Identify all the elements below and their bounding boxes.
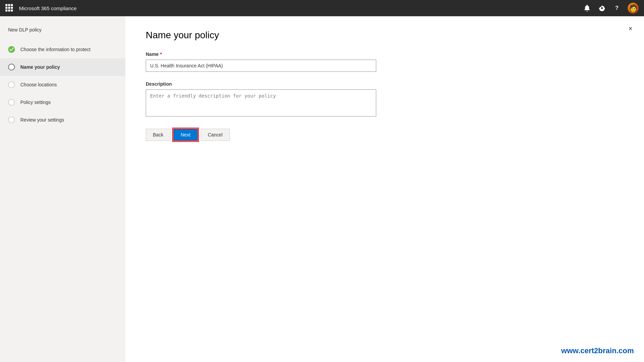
sidebar: New DLP policy Choose the information to… [0, 16, 125, 362]
topbar: Microsoft 365 compliance ? 🧑 [0, 0, 644, 16]
sidebar-item-label-choose-info: Choose the information to protect [20, 47, 90, 52]
waffle-icon[interactable] [5, 4, 14, 12]
main-layout: New DLP policy Choose the information to… [0, 16, 644, 362]
topbar-actions: ? 🧑 [583, 3, 639, 14]
step-indicator-4 [8, 99, 15, 106]
name-field-group: Name * [146, 51, 624, 72]
sidebar-item-label-choose-locations: Choose locations [20, 82, 57, 87]
sidebar-item-label-name-policy: Name your policy [20, 64, 60, 70]
sidebar-item-review-settings[interactable]: Review your settings [0, 111, 125, 129]
sidebar-heading: New DLP policy [0, 27, 125, 41]
app-title: Microsoft 365 compliance [19, 5, 583, 11]
content-panel: × Name your policy Name * Description Ba… [125, 16, 644, 362]
step-indicator-2 [8, 64, 15, 70]
notification-icon[interactable] [583, 4, 591, 12]
back-button[interactable]: Back [146, 129, 170, 141]
button-row: Back Next Cancel [146, 129, 624, 141]
name-input[interactable] [146, 60, 376, 72]
sidebar-item-policy-settings[interactable]: Policy settings [0, 93, 125, 111]
step-indicator-1 [8, 46, 15, 53]
sidebar-item-choose-locations[interactable]: Choose locations [0, 76, 125, 93]
cancel-button[interactable]: Cancel [201, 129, 230, 141]
sidebar-item-label-policy-settings: Policy settings [20, 100, 51, 105]
user-avatar[interactable]: 🧑 [628, 3, 639, 14]
close-button[interactable]: × [625, 23, 636, 34]
description-field-group: Description [146, 81, 624, 118]
help-icon[interactable]: ? [613, 4, 621, 12]
description-label: Description [146, 81, 624, 87]
required-star: * [160, 51, 162, 57]
settings-icon[interactable] [598, 4, 606, 12]
watermark: www.cert2brain.com [561, 346, 634, 355]
step-indicator-3 [8, 81, 15, 88]
sidebar-item-label-review-settings: Review your settings [20, 117, 64, 123]
next-button[interactable]: Next [173, 129, 198, 141]
sidebar-item-choose-info[interactable]: Choose the information to protect [0, 41, 125, 58]
sidebar-item-name-policy[interactable]: Name your policy [0, 58, 125, 76]
description-textarea[interactable] [146, 89, 376, 116]
name-label: Name * [146, 51, 624, 57]
panel-title: Name your policy [146, 30, 624, 41]
step-indicator-5 [8, 116, 15, 123]
